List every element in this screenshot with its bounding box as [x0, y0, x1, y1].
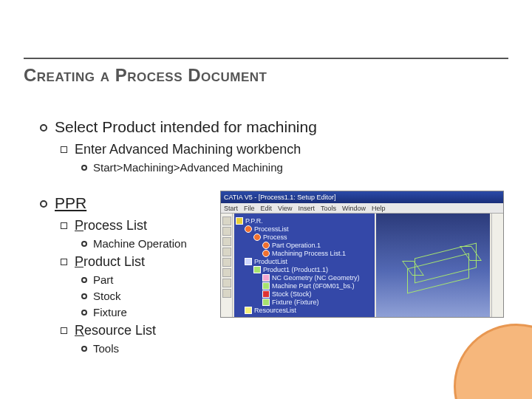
tree-node[interactable]: NC Geometry (NC Geometry): [236, 274, 373, 282]
gear-icon: [253, 233, 261, 241]
tree-label: NC Geometry (NC Geometry): [272, 274, 360, 282]
spec-tree[interactable]: P.P.R.ProcessListProcessPart Operation.1…: [234, 214, 375, 317]
bullet-start-path: Start>Machining>Advanced Machining: [81, 161, 498, 174]
toolbar-icon[interactable]: [222, 268, 231, 277]
right-toolbar: [491, 214, 503, 317]
gear-icon: [262, 242, 270, 249]
tree-node[interactable]: ResourcesList: [236, 307, 373, 314]
text: Select Product intended for machining: [55, 118, 317, 135]
tree-node[interactable]: Stock (Stock): [236, 290, 373, 298]
tree-node[interactable]: Part Operation.1: [236, 242, 373, 249]
menu-item[interactable]: View: [278, 205, 292, 212]
text: Stock: [93, 290, 121, 302]
bullet-resource-list: Resource List: [61, 323, 498, 338]
bullet-select-product: Select Product intended for machining: [40, 118, 498, 136]
prefix: P: [75, 254, 83, 269]
res-icon: [245, 307, 252, 314]
part-wireframe: [398, 236, 487, 295]
tree-label: Part Operation.1: [272, 242, 321, 249]
tree-node[interactable]: Fixture (Fixture): [236, 299, 373, 306]
tree-node[interactable]: Machining Process List.1: [236, 250, 373, 257]
tree-label: Product1 (Product1.1): [263, 266, 328, 273]
text: Fixture: [93, 306, 127, 318]
left-toolbar: [221, 214, 233, 317]
toolbar-icon[interactable]: [222, 279, 231, 287]
text: Enter Advanced Machining workbench: [75, 142, 301, 157]
menu-item[interactable]: Insert: [298, 205, 315, 212]
text: Start>Machining>Advanced Machining: [93, 161, 283, 174]
cube-icon: [262, 282, 270, 290]
toolbar-icon[interactable]: [222, 248, 231, 256]
tree-label: ResourcesList: [254, 307, 296, 314]
part-icon: [245, 258, 252, 265]
text: esource List: [84, 323, 156, 338]
menu-item[interactable]: Tools: [321, 205, 336, 212]
gear-icon: [262, 250, 270, 257]
text: PPR: [55, 194, 86, 211]
embedded-screenshot: CATIA V5 - [Process1.1: Setup Editor] St…: [220, 191, 504, 318]
text: rocess List: [83, 218, 147, 233]
menu-item[interactable]: Start: [224, 205, 238, 212]
prefix: R: [75, 323, 84, 338]
menu-item[interactable]: File: [244, 205, 255, 212]
cube-icon: [253, 266, 261, 273]
text: Machine Operation: [93, 237, 187, 250]
bullet-tools: Tools: [81, 342, 498, 355]
tree-node[interactable]: Product1 (Product1.1): [236, 266, 373, 273]
tree-label: ProductList: [254, 258, 287, 265]
toolbar-icon[interactable]: [222, 216, 231, 225]
text: Part: [93, 273, 114, 286]
tree-label: Machining Process List.1: [272, 250, 346, 257]
window-title-text: CATIA V5 - [Process1.1: Setup Editor]: [224, 194, 335, 201]
toolbar-icon[interactable]: [222, 258, 231, 267]
tree-label: Stock (Stock): [272, 290, 312, 298]
text: Tools: [93, 342, 119, 355]
tree-label: Machine Part (0F0M01_bs.): [272, 282, 355, 290]
toolbar-icon[interactable]: [222, 289, 231, 298]
toolbar-icon[interactable]: [222, 227, 231, 236]
folder-icon: [236, 217, 243, 225]
menu-item[interactable]: Edit: [261, 205, 273, 212]
toolbar-icon[interactable]: [222, 237, 231, 246]
tree-node[interactable]: Machine Part (0F0M01_bs.): [236, 282, 373, 290]
tree-node[interactable]: ProductList: [236, 258, 373, 265]
menu-item[interactable]: Help: [372, 205, 386, 212]
bullet-enter-workbench: Enter Advanced Machining workbench: [61, 142, 498, 157]
cube-icon: [262, 299, 270, 306]
window-titlebar: CATIA V5 - [Process1.1: Setup Editor]: [221, 191, 503, 203]
red-icon: [262, 290, 270, 298]
tree-label: Process: [263, 233, 287, 241]
tree-node[interactable]: ProcessList: [236, 225, 373, 233]
tree-node[interactable]: Process: [236, 233, 373, 241]
3d-viewport[interactable]: [376, 214, 490, 317]
tree-label: Fixture (Fixture): [272, 299, 319, 306]
menu-item[interactable]: Window: [342, 205, 366, 212]
gear-icon: [245, 225, 252, 233]
prefix: P: [75, 218, 83, 233]
text: roduct List: [83, 254, 145, 269]
tree-label: ProcessList: [254, 225, 289, 233]
menu-bar: Start File Edit View Insert Tools Window…: [221, 203, 503, 214]
pink-icon: [262, 274, 270, 282]
page-title: Creating a Process Document: [24, 65, 532, 86]
tree-node[interactable]: P.P.R.: [236, 217, 373, 225]
tree-label: P.P.R.: [245, 217, 263, 225]
